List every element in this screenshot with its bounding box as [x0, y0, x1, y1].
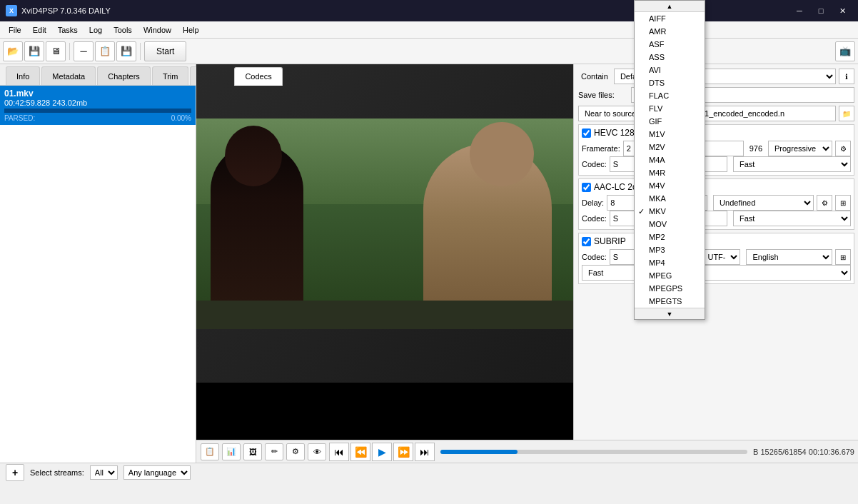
preview-toggle-button[interactable]: 📺 [835, 41, 855, 61]
subtitle-codec-row: Codec: UTF-8 English ⊞ [582, 249, 851, 265]
dropdown-item-mp3[interactable]: MP3 [635, 243, 705, 256]
video-settings-btn[interactable]: ⚙ [835, 141, 851, 156]
audio-extra-btn[interactable]: ⊞ [835, 195, 851, 211]
status-bar: + Select streams: All Any language [0, 463, 858, 481]
tab-metadata[interactable]: Metadata [41, 66, 96, 85]
video-codec-row: Codec: Fast [582, 156, 851, 172]
parsed-label: PARSED: [4, 114, 35, 122]
dropdown-item-mpeg[interactable]: MPEG [635, 269, 705, 282]
subtitle-extra-btn[interactable]: ⊞ [835, 249, 851, 265]
video-enable-checkbox[interactable] [582, 128, 591, 138]
tab-info[interactable]: Info [6, 66, 40, 85]
format-dropdown[interactable]: ▲ AIFF AMR ASF ASS AVI DTS FLAC FLV GIF … [634, 0, 705, 320]
video-codec-header: HEVC 1280x7 [582, 128, 851, 138]
close-button[interactable]: ✕ [832, 4, 852, 18]
codec-label-a: Codec: [582, 214, 607, 223]
dropdown-item-m4v[interactable]: M4V [635, 179, 705, 192]
dropdown-item-flac[interactable]: FLAC [635, 89, 705, 102]
menu-window[interactable]: Window [138, 21, 177, 38]
dropdown-item-mp4[interactable]: MP4 [635, 256, 705, 269]
eye-btn[interactable]: 👁 [308, 443, 326, 460]
open-button[interactable]: 📂 [3, 41, 23, 61]
video-lower-bar [196, 383, 573, 440]
tool-btn-3[interactable]: 🖼 [243, 443, 262, 460]
dropdown-item-avi[interactable]: AVI [635, 64, 705, 76]
dropdown-item-m1v[interactable]: M1V [635, 128, 705, 141]
audio-undefined-select[interactable]: Undefined [713, 195, 814, 211]
audio-codec-header: AAC-LC 2ch 3 [582, 182, 851, 192]
dropdown-item-mpegps[interactable]: MPEGPS [635, 282, 705, 295]
dropdown-item-dts[interactable]: DTS [635, 76, 705, 89]
video-codec-section: HEVC 1280x7 Framerate: 976 Progressive ⚙… [578, 124, 854, 176]
file-item[interactable]: 01.mkv 00:42:59.828 243.02mb PARSED: 0.0… [0, 86, 196, 125]
tool-btn-4[interactable]: ✏ [265, 443, 283, 460]
tab-chapters[interactable]: Chapters [97, 66, 151, 85]
menu-tasks[interactable]: Tasks [52, 21, 84, 38]
maximize-button[interactable]: □ [811, 4, 831, 18]
dropdown-item-m2v[interactable]: M2V [635, 141, 705, 153]
dropdown-item-aiff[interactable]: AIFF [635, 12, 705, 25]
dropdown-item-amr[interactable]: AMR [635, 25, 705, 38]
app-title: XviD4PSP 7.0.346 DAILY [21, 6, 111, 15]
file-list-panel: Info Metadata Chapters Trim Filters Code… [0, 64, 196, 463]
dropdown-item-flv[interactable]: FLV [635, 102, 705, 115]
audio-enable-checkbox[interactable] [582, 183, 591, 192]
dropdown-item-mpegts[interactable]: MPEGTS [635, 295, 705, 308]
browse-btn[interactable]: 📁 [839, 106, 854, 121]
menu-edit[interactable]: Edit [27, 21, 52, 38]
screen-button[interactable]: 🖥 [46, 41, 66, 61]
menu-help[interactable]: Help [177, 21, 205, 38]
video-preview [196, 64, 573, 383]
dropdown-item-mka[interactable]: MKA [635, 192, 705, 205]
tab-trim[interactable]: Trim [152, 66, 189, 85]
dropdown-item-gif[interactable]: GIF [635, 115, 705, 128]
save-files-label: Save files: [578, 91, 628, 99]
subtitle-quality-row: Fast [582, 265, 851, 281]
menu-file[interactable]: File [3, 21, 27, 38]
audio-quality-select[interactable]: Fast [733, 211, 851, 226]
rewind-btn[interactable]: ⏪ [350, 443, 370, 461]
container-info-btn[interactable]: ℹ [839, 69, 854, 84]
tab-codecs[interactable]: Codecs [234, 67, 282, 86]
subtitle-quality-select[interactable]: Fast [582, 265, 851, 281]
video-quality-select[interactable]: Fast [733, 156, 851, 172]
scroll-up-btn[interactable]: ▲ [635, 1, 705, 12]
dropdown-item-mkv[interactable]: MKV [635, 205, 705, 218]
delay-row: Delay: Undefined ⚙ ⊞ [582, 195, 851, 211]
add-file-btn[interactable]: + [6, 464, 24, 481]
settings-tool-btn[interactable]: ⚙ [286, 443, 305, 460]
encoding-select[interactable]: UTF-8 [701, 249, 740, 265]
disk-button[interactable]: 💾 [116, 41, 136, 61]
dropdown-item-mov[interactable]: MOV [635, 218, 705, 231]
streams-all-select[interactable]: All [90, 465, 118, 480]
dropdown-item-asf[interactable]: ASF [635, 38, 705, 51]
start-button[interactable]: Start [144, 41, 186, 61]
save-button[interactable]: 💾 [24, 41, 44, 61]
play-pause-btn[interactable]: ▶ [372, 443, 392, 461]
subtitle-enable-checkbox[interactable] [582, 237, 591, 246]
tool-btn-1[interactable]: 📋 [201, 443, 219, 460]
dropdown-item-m4r[interactable]: M4R [635, 166, 705, 179]
window-controls: ─ □ ✕ [789, 4, 852, 18]
fast-forward-btn[interactable]: ⏩ [393, 443, 413, 461]
parsed-value: 0.00% [171, 114, 191, 122]
minimize-button[interactable]: ─ [789, 4, 809, 18]
clipboard-button[interactable]: ─ [74, 41, 94, 61]
dropdown-item-mp2[interactable]: MP2 [635, 231, 705, 243]
dropdown-item-ass[interactable]: ASS [635, 51, 705, 64]
menu-log[interactable]: Log [84, 21, 108, 38]
save2-button[interactable]: 📋 [95, 41, 115, 61]
scan-mode-select[interactable]: Progressive [768, 141, 832, 156]
framerate-row: Framerate: 976 Progressive ⚙ [582, 141, 851, 156]
seek-bar[interactable] [440, 450, 747, 454]
tool-btn-2[interactable]: 📊 [222, 443, 241, 460]
scroll-down-btn[interactable]: ▼ [635, 308, 705, 319]
menu-tools[interactable]: Tools [108, 21, 138, 38]
audio-settings-btn[interactable]: ⚙ [817, 195, 832, 211]
language-filter-select[interactable]: Any language [123, 465, 191, 480]
dropdown-item-m4a[interactable]: M4A [635, 153, 705, 166]
skip-to-start-btn[interactable]: ⏮ [329, 443, 349, 461]
skip-to-end-btn[interactable]: ⏭ [415, 443, 435, 461]
language-select[interactable]: English [746, 249, 832, 265]
menu-bar: File Edit Tasks Log Tools Window Help [0, 21, 858, 39]
